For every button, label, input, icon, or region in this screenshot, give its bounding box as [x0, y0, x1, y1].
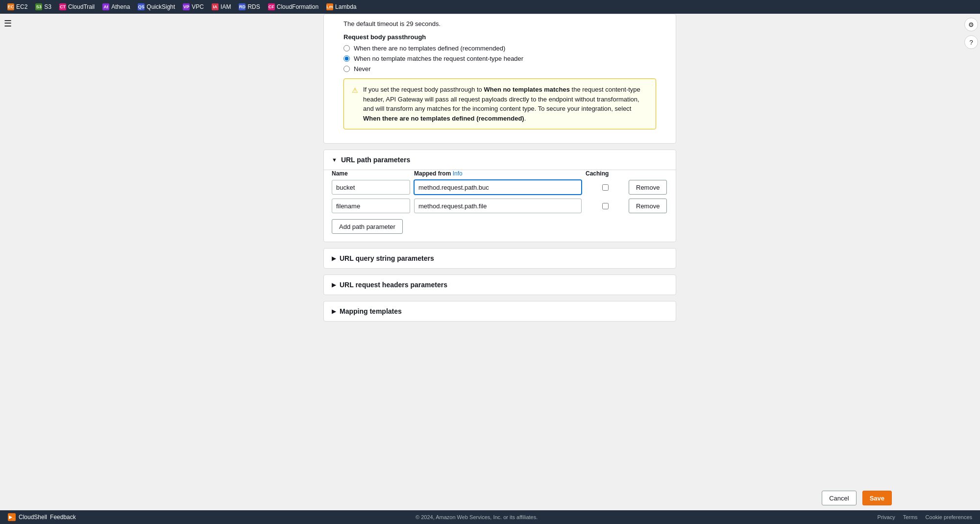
quicksight-icon: QS [138, 3, 145, 10]
nav-item-s3[interactable]: S3 S3 [32, 2, 55, 11]
bottom-bar-right: Privacy Terms Cookie preferences [878, 514, 972, 520]
warning-text: If you set the request body passthrough … [363, 85, 648, 123]
chevron-right-icon: ▶ [332, 255, 336, 262]
athena-icon: At [102, 3, 109, 10]
param-mappedfrom-input-filename[interactable] [414, 199, 582, 213]
radio-no-template[interactable]: When there are no templates defined (rec… [343, 45, 656, 52]
param-header-row: Name Mapped from Info Caching [332, 170, 668, 177]
cloudformation-icon: CF [268, 3, 275, 10]
nav-item-iam[interactable]: IA IAM [208, 2, 234, 11]
sidebar-toggle[interactable]: ☰ [0, 16, 16, 31]
remove-button-bucket[interactable]: Remove [629, 180, 667, 195]
url-query-string-header[interactable]: ▶ URL query string parameters [324, 249, 676, 268]
radio-no-match-input[interactable] [343, 55, 350, 62]
param-mappedfrom-header: Mapped from Info [414, 170, 582, 177]
chevron-down-icon: ▼ [332, 157, 337, 163]
cookie-link[interactable]: Cookie preferences [926, 514, 972, 520]
param-caching-header: Caching [586, 170, 625, 177]
s3-icon: S3 [35, 3, 42, 10]
rds-icon: RD [239, 3, 245, 10]
nav-item-cloudformation[interactable]: CF CloudFormation [265, 2, 322, 11]
caching-cell-bucket [586, 184, 625, 191]
footer-copyright: © 2024, Amazon Web Services, Inc. or its… [84, 514, 870, 520]
param-name-header: Name [332, 170, 410, 177]
chevron-right-icon-2: ▶ [332, 282, 336, 288]
top-navigation: EC EC2 S3 S3 CT CloudTrail At Athena QS … [0, 0, 980, 14]
warning-box: ⚠ If you set the request body passthroug… [343, 78, 656, 129]
timeout-text: The default timeout is 29 seconds. [343, 20, 656, 27]
radio-no-match[interactable]: When no template matches the request con… [343, 55, 656, 62]
nav-item-lambda[interactable]: Lm Lambda [323, 2, 360, 11]
param-row-bucket: Remove [332, 180, 668, 195]
help-icon[interactable]: ? [964, 35, 978, 49]
nav-item-athena[interactable]: At Athena [99, 2, 133, 11]
feedback-button[interactable]: Feedback [50, 514, 76, 521]
url-path-parameters-header[interactable]: ▼ URL path parameters [324, 150, 676, 170]
add-path-parameter-button[interactable]: Add path parameter [332, 219, 403, 234]
chevron-right-icon-3: ▶ [332, 308, 336, 315]
privacy-link[interactable]: Privacy [878, 514, 895, 520]
cloudshell-icon: ▶_ [8, 513, 16, 521]
cloudshell-label: CloudShell [19, 514, 47, 521]
param-name-input-filename[interactable] [332, 199, 410, 213]
settings-icon[interactable]: ⚙ [964, 18, 978, 31]
nav-item-vpc[interactable]: VP VPC [179, 2, 207, 11]
radio-no-template-input[interactable] [343, 45, 350, 51]
mapping-templates-section: ▶ Mapping templates [323, 301, 676, 322]
terms-link[interactable]: Terms [903, 514, 918, 520]
nav-item-quicksight[interactable]: QS QuickSight [134, 2, 178, 11]
url-query-string-section: ▶ URL query string parameters [323, 248, 676, 269]
remove-cell-filename: Remove [629, 199, 668, 213]
caching-checkbox-bucket[interactable] [602, 184, 609, 191]
passthrough-section: The default timeout is 29 seconds. Reque… [323, 14, 676, 144]
bottom-bar: ▶_ CloudShell Feedback © 2024, Amazon We… [0, 510, 980, 524]
url-headers-section: ▶ URL request headers parameters [323, 274, 676, 295]
param-name-input-bucket[interactable] [332, 180, 410, 195]
ec2-icon: EC [7, 3, 14, 10]
warning-icon: ⚠ [352, 85, 358, 123]
url-headers-header[interactable]: ▶ URL request headers parameters [324, 275, 676, 295]
radio-group: When there are no templates defined (rec… [343, 45, 656, 73]
hamburger-icon: ☰ [4, 18, 12, 29]
remove-cell-bucket: Remove [629, 180, 668, 195]
nav-item-cloudtrail[interactable]: CT CloudTrail [56, 2, 98, 11]
passthrough-label: Request body passthrough [343, 33, 656, 41]
nav-item-rds[interactable]: RD RDS [235, 2, 263, 11]
footer-actions: Cancel Save [0, 486, 980, 510]
caching-checkbox-filename[interactable] [602, 203, 609, 209]
radio-never[interactable]: Never [343, 65, 656, 73]
info-link[interactable]: Info [453, 170, 463, 177]
cloudtrail-icon: CT [59, 3, 66, 10]
iam-icon: IA [212, 3, 219, 10]
save-button[interactable]: Save [862, 491, 892, 505]
param-mappedfrom-input-bucket[interactable] [414, 180, 582, 195]
remove-button-filename[interactable]: Remove [629, 199, 667, 213]
vpc-icon: VP [183, 3, 190, 10]
mapping-templates-header[interactable]: ▶ Mapping templates [324, 301, 676, 321]
cancel-button[interactable]: Cancel [822, 491, 856, 505]
bottom-bar-left: ▶_ CloudShell Feedback [8, 513, 76, 521]
param-row-filename: Remove [332, 199, 668, 213]
main-content: The default timeout is 29 seconds. Reque… [0, 14, 980, 524]
right-panel-icons: ⚙ ? [962, 14, 980, 53]
param-action-header [629, 170, 668, 177]
radio-never-input[interactable] [343, 66, 350, 72]
caching-cell-filename [586, 203, 625, 209]
url-path-parameters-section: ▼ URL path parameters Name Mapped from I… [323, 150, 676, 242]
lambda-icon: Lm [326, 3, 333, 10]
nav-item-ec2[interactable]: EC EC2 [4, 2, 31, 11]
url-path-parameters-body: Name Mapped from Info Caching [324, 170, 676, 242]
